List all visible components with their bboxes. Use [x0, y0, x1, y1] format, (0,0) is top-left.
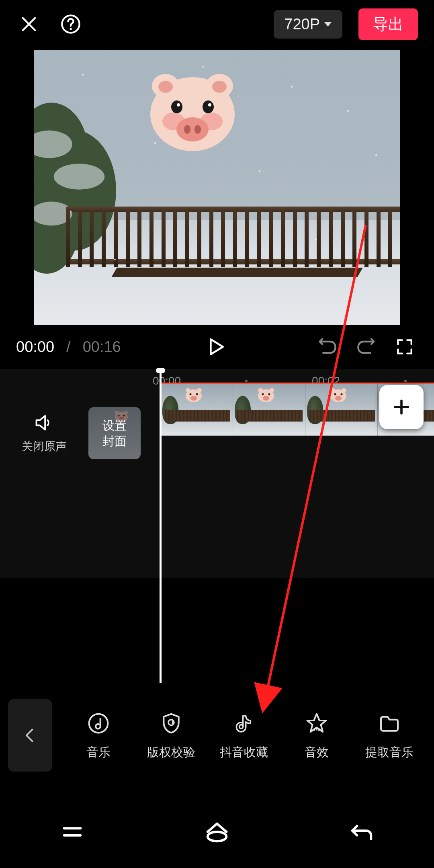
douyin-icon: [231, 710, 257, 736]
play-button[interactable]: [201, 333, 229, 361]
video-preview[interactable]: [34, 50, 400, 325]
shield-icon: [158, 710, 184, 736]
current-time: 00:00: [16, 338, 54, 356]
tool-sound-effects[interactable]: 音效: [280, 710, 353, 761]
svg-point-43: [335, 396, 342, 401]
cover-label-1: 设置: [102, 418, 127, 433]
mute-original-sound[interactable]: 关闭原声: [0, 412, 88, 454]
tool-extract-music[interactable]: 提取音乐: [353, 710, 426, 761]
export-button[interactable]: 导出: [358, 8, 418, 40]
svg-point-38: [262, 393, 264, 395]
undo-button[interactable]: [314, 334, 341, 360]
tool-label: 音乐: [86, 744, 111, 761]
system-navigation-bar: [0, 796, 434, 868]
svg-point-20: [184, 125, 190, 134]
svg-point-54: [208, 832, 227, 841]
add-clip-button[interactable]: [379, 385, 424, 429]
set-cover-button[interactable]: 设置 封面: [88, 407, 141, 459]
nav-back-button[interactable]: [344, 814, 380, 850]
time-separator: /: [66, 338, 71, 356]
chevron-down-icon: [324, 22, 332, 27]
ruler-dot: [245, 380, 248, 382]
svg-point-29: [186, 388, 190, 392]
folder-icon: [377, 710, 402, 736]
svg-point-6: [54, 164, 105, 189]
svg-point-36: [269, 388, 274, 392]
timeline[interactable]: 00:00 00:02 关闭原声 设置 封面: [0, 369, 434, 578]
svg-point-35: [258, 388, 263, 392]
tool-music[interactable]: 音乐: [62, 710, 135, 761]
tool-label: 音效: [305, 744, 329, 761]
svg-point-15: [171, 100, 182, 113]
help-icon[interactable]: [58, 11, 84, 37]
mute-label: 关闭原声: [22, 439, 67, 454]
tool-label: 提取音乐: [365, 744, 414, 761]
svg-point-21: [194, 125, 201, 134]
redo-button[interactable]: [353, 334, 379, 360]
svg-point-12: [212, 81, 227, 93]
nav-home-button[interactable]: [199, 814, 235, 850]
star-icon: [304, 710, 330, 736]
svg-point-41: [330, 388, 335, 392]
tool-douyin-favorites[interactable]: 抖音收藏: [207, 710, 280, 761]
total-time: 00:16: [83, 338, 121, 356]
clip-frame: [161, 384, 233, 436]
svg-point-17: [177, 103, 180, 106]
tool-copyright-check[interactable]: 版权校验: [135, 710, 207, 761]
playhead[interactable]: [160, 369, 162, 698]
svg-point-39: [268, 393, 270, 395]
quality-label: 720P: [284, 16, 320, 33]
preview-fence: [66, 207, 400, 275]
fullscreen-button[interactable]: [391, 334, 418, 360]
export-label: 导出: [373, 16, 403, 33]
svg-point-11: [158, 81, 173, 93]
clip-frame: [305, 384, 378, 436]
svg-point-42: [342, 388, 346, 392]
pig-sticker[interactable]: [146, 70, 239, 154]
svg-point-44: [334, 393, 336, 395]
clip-frame: [233, 384, 305, 436]
svg-point-31: [190, 396, 197, 401]
svg-point-37: [263, 396, 269, 401]
svg-point-18: [208, 103, 211, 106]
tools-back-button[interactable]: [8, 699, 52, 772]
svg-point-16: [203, 100, 214, 113]
svg-point-32: [190, 393, 192, 395]
quality-selector[interactable]: 720P: [274, 10, 342, 39]
svg-point-1: [70, 28, 72, 30]
svg-point-19: [176, 117, 209, 141]
close-icon[interactable]: [16, 11, 42, 37]
ruler-dot: [404, 380, 407, 382]
svg-point-33: [196, 393, 198, 395]
tool-label: 抖音收藏: [220, 744, 268, 761]
music-note-icon: [86, 710, 111, 736]
nav-recent-button[interactable]: [54, 814, 90, 850]
svg-point-30: [197, 388, 202, 392]
svg-point-45: [341, 393, 343, 395]
tool-label: 版权校验: [147, 744, 195, 761]
cover-label-2: 封面: [102, 433, 127, 449]
